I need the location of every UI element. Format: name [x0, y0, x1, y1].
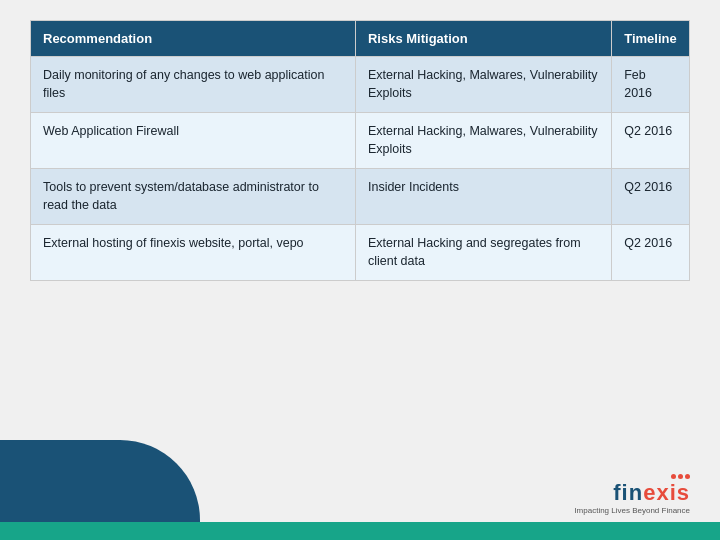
logo-dots — [671, 474, 690, 479]
table-row: Web Application Firewall External Hackin… — [31, 113, 690, 169]
logo-dot-1 — [671, 474, 676, 479]
header-timeline: Timeline — [612, 21, 690, 57]
cell-timeline-4: Q2 2016 — [612, 225, 690, 281]
table-row: Tools to prevent system/database adminis… — [31, 169, 690, 225]
logo-area: finexis Impacting Lives Beyond Finance — [574, 474, 690, 515]
header-recommendation: Recommendation — [31, 21, 356, 57]
header-risks-mitigation: Risks Mitigation — [355, 21, 611, 57]
cell-recommendation-4: External hosting of finexis website, por… — [31, 225, 356, 281]
cell-risks-1: External Hacking, Malwares, Vulnerabilit… — [355, 57, 611, 113]
teal-bottom-bar — [0, 522, 720, 540]
logo-text-part2: exis — [643, 480, 690, 505]
table-header-row: Recommendation Risks Mitigation Timeline — [31, 21, 690, 57]
logo-text: finexis — [613, 480, 690, 506]
cell-risks-4: External Hacking and segregates from cli… — [355, 225, 611, 281]
cell-recommendation-1: Daily monitoring of any changes to web a… — [31, 57, 356, 113]
recommendations-table: Recommendation Risks Mitigation Timeline… — [30, 20, 690, 281]
logo-dot-3 — [685, 474, 690, 479]
main-container: Recommendation Risks Mitigation Timeline… — [30, 20, 690, 500]
cell-timeline-1: Feb 2016 — [612, 57, 690, 113]
logo-dot-2 — [678, 474, 683, 479]
cell-recommendation-2: Web Application Firewall — [31, 113, 356, 169]
cell-timeline-3: Q2 2016 — [612, 169, 690, 225]
cell-recommendation-3: Tools to prevent system/database adminis… — [31, 169, 356, 225]
logo-tagline: Impacting Lives Beyond Finance — [574, 506, 690, 515]
table-row: External hosting of finexis website, por… — [31, 225, 690, 281]
cell-risks-2: External Hacking, Malwares, Vulnerabilit… — [355, 113, 611, 169]
cell-risks-3: Insider Incidents — [355, 169, 611, 225]
table-row: Daily monitoring of any changes to web a… — [31, 57, 690, 113]
logo-text-part1: fin — [613, 480, 643, 505]
cell-timeline-2: Q2 2016 — [612, 113, 690, 169]
